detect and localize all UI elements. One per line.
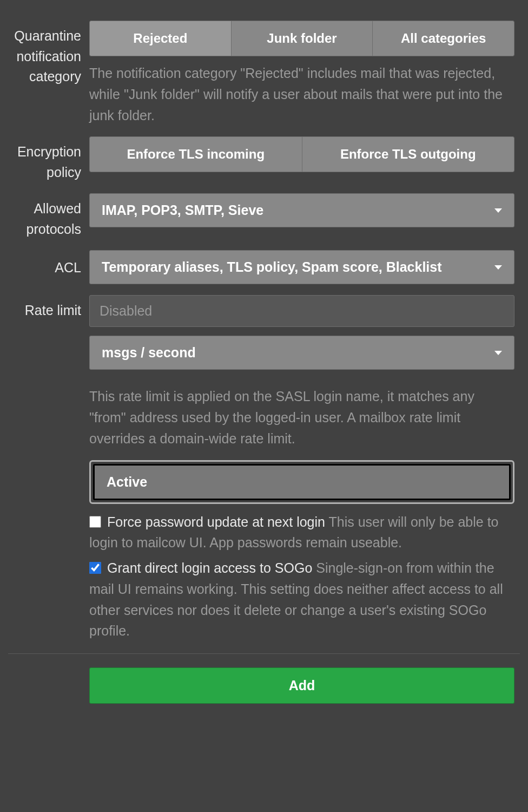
- quarantine-junk-button[interactable]: Junk folder: [232, 21, 373, 56]
- rate-limit-input[interactable]: [89, 295, 514, 327]
- acl-select[interactable]: Temporary aliases, TLS policy, Spam scor…: [89, 250, 514, 284]
- protocols-label: Allowed protocols: [8, 193, 89, 239]
- status-value: Active: [107, 474, 497, 490]
- protocols-select[interactable]: IMAP, POP3, SMTP, Sieve: [89, 193, 514, 227]
- force-password-label: Force password update at next login: [107, 514, 325, 529]
- rate-unit-select[interactable]: msgs / second: [89, 336, 514, 370]
- acl-label: ACL: [8, 250, 89, 284]
- status-select[interactable]: Active: [93, 464, 511, 500]
- rate-help: This rate limit is applied on the SASL l…: [89, 386, 514, 449]
- rate-label: Rate limit: [8, 295, 89, 449]
- caret-down-icon: [494, 351, 502, 355]
- caret-down-icon: [494, 265, 502, 270]
- encryption-label: Encryption policy: [8, 136, 89, 182]
- sogo-access-label: Grant direct login access to SOGo: [107, 560, 312, 575]
- sogo-access-checkbox[interactable]: [89, 562, 101, 574]
- quarantine-all-button[interactable]: All categories: [373, 21, 514, 56]
- caret-down-icon: [494, 208, 502, 213]
- encryption-toggle-group: Enforce TLS incoming Enforce TLS outgoin…: [89, 136, 514, 172]
- protocols-value: IMAP, POP3, SMTP, Sieve: [102, 202, 494, 218]
- tls-incoming-button[interactable]: Enforce TLS incoming: [90, 137, 302, 172]
- force-password-checkbox[interactable]: [89, 516, 101, 528]
- tls-outgoing-button[interactable]: Enforce TLS outgoing: [302, 137, 514, 172]
- quarantine-label: Quarantine notification category: [8, 21, 89, 126]
- rate-unit-value: msgs / second: [102, 345, 494, 361]
- acl-value: Temporary aliases, TLS policy, Spam scor…: [102, 259, 494, 275]
- quarantine-rejected-button[interactable]: Rejected: [90, 21, 232, 56]
- quarantine-toggle-group: Rejected Junk folder All categories: [89, 21, 514, 56]
- quarantine-help: The notification category "Rejected" inc…: [89, 63, 514, 126]
- status-select-wrapper: Active: [89, 460, 514, 504]
- separator: [8, 653, 520, 654]
- add-button[interactable]: Add: [89, 667, 514, 704]
